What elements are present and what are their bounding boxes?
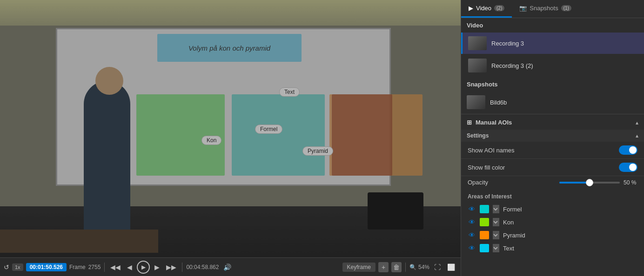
time-current: 00:01:50.526 — [26, 263, 67, 271]
classroom-table — [0, 230, 158, 253]
show-fill-color-label: Show fill color — [468, 164, 505, 171]
frame-label: Frame — [69, 264, 86, 270]
sticky-brown — [332, 94, 392, 176]
zoom-icon: 🔍 — [409, 264, 416, 270]
opacity-value: 50 % — [624, 179, 637, 186]
speed-badge: 1x — [12, 263, 23, 271]
snapshots-tab-icon: 📷 — [519, 5, 527, 12]
snapshots-tab-badge: (1) — [561, 5, 571, 11]
aoi-item-text[interactable]: 👁 ▾ Text — [461, 242, 644, 255]
person-head — [95, 67, 123, 95]
show-aoi-names-toggle[interactable] — [619, 145, 637, 155]
laptop — [368, 192, 423, 230]
snapshot-thumb-bild6b — [467, 95, 485, 109]
aoi-label-text-list: Text — [503, 245, 514, 252]
next-frame-button[interactable]: ▶ — [153, 263, 161, 272]
right-panel: ▶ Video (2) 📷 Snapshots (1) Video Record… — [461, 0, 644, 276]
aoi-label-kon-list: Kon — [503, 219, 514, 226]
snapshot-label-bild6b: Bild6b — [490, 99, 507, 106]
snapshot-button[interactable]: ⬜ — [445, 263, 457, 272]
tab-video[interactable]: ▶ Video (2) — [461, 0, 512, 18]
control-bar: ↺ 1x 00:01:50.526 Frame 2755 ◀◀ ◀ ▶ ▶ ▶▶… — [0, 257, 461, 276]
room-ceiling — [0, 0, 461, 26]
eye-icon-pyramid[interactable]: 👁 — [468, 232, 476, 238]
recording-item-rec3[interactable]: Recording 3 — [461, 33, 644, 54]
snapshot-item-bild6b[interactable]: Bild6b — [461, 92, 644, 113]
eye-icon-kon[interactable]: 👁 — [468, 219, 476, 225]
aoi-section-icon: ⊞ — [467, 119, 472, 126]
manual-aois-label: Manual AOIs — [476, 119, 512, 126]
color-swatch-pyramid — [480, 231, 489, 239]
separator-3 — [405, 263, 406, 272]
frame-number: 2755 — [88, 264, 101, 270]
opacity-row: Opacity 50 % — [461, 176, 644, 191]
separator-1 — [104, 263, 105, 272]
eye-icon-formel[interactable]: 👁 — [468, 206, 476, 212]
aoi-item-pyramid[interactable]: 👁 ▾ Pyramid — [461, 229, 644, 242]
settings-title: Settings — [467, 132, 489, 139]
loop-icon: ↺ — [4, 263, 9, 271]
show-fill-color-row: Show fill color — [461, 159, 644, 176]
manual-aois-header[interactable]: ⊞ Manual AOIs ▴ — [461, 115, 644, 130]
divider-1 — [461, 114, 644, 114]
fit-screen-button[interactable]: ⛶ — [432, 263, 443, 272]
color-swatch-kon — [480, 218, 489, 226]
sticky-green — [136, 94, 225, 176]
tabs-row: ▶ Video (2) 📷 Snapshots (1) — [461, 0, 644, 18]
color-swatch-text — [480, 244, 489, 252]
swatch-dropdown-kon[interactable]: ▾ — [493, 218, 499, 226]
show-aoi-names-label: Show AOI names — [468, 147, 514, 154]
time-total: 00:04:58.862 — [186, 264, 219, 270]
color-swatch-formel — [480, 205, 489, 213]
video-tab-label: Video — [476, 5, 491, 12]
zoom-value: 54% — [418, 264, 429, 270]
show-aoi-names-row: Show AOI names — [461, 142, 644, 159]
show-fill-color-toggle[interactable] — [619, 163, 637, 172]
swatch-dropdown-pyramid[interactable]: ▾ — [493, 231, 499, 239]
delete-keyframe-button[interactable]: 🗑 — [391, 262, 402, 272]
skip-forward-button[interactable]: ▶▶ — [164, 263, 178, 272]
sticky-teal — [232, 94, 325, 176]
video-area: Volym på kon och pyramid Text Formel — [0, 0, 461, 276]
person-silhouette — [84, 81, 130, 243]
aoi-item-kon[interactable]: 👁 ▾ Kon — [461, 216, 644, 229]
separator-2 — [182, 263, 182, 272]
aoi-label-formel-list: Formel — [503, 206, 522, 213]
video-tab-badge: (2) — [494, 5, 504, 11]
skip-back-button[interactable]: ◀◀ — [108, 263, 122, 272]
video-section-label: Video — [461, 18, 644, 33]
settings-header[interactable]: Settings ▴ — [461, 130, 644, 142]
opacity-slider-fill — [559, 182, 590, 184]
opacity-slider-track[interactable] — [559, 182, 620, 184]
zoom-display: 🔍 54% — [409, 264, 429, 270]
opacity-slider-thumb[interactable] — [586, 179, 593, 186]
volume-button[interactable]: 🔊 — [221, 263, 233, 272]
keyframe-button[interactable]: Keyframe — [342, 263, 376, 272]
recording-item-rec3b[interactable]: Recording 3 (2) — [461, 55, 644, 76]
recording-thumb-rec3b — [468, 59, 487, 72]
play-button[interactable]: ▶ — [137, 261, 150, 274]
tab-snapshots[interactable]: 📷 Snapshots (1) — [512, 0, 579, 18]
add-keyframe-button[interactable]: + — [378, 262, 389, 272]
opacity-label: Opacity — [468, 179, 488, 186]
aoi-item-formel[interactable]: 👁 ▾ Formel — [461, 203, 644, 216]
settings-chevron: ▴ — [636, 132, 638, 139]
aoi-label-pyramid-list: Pyramid — [503, 232, 525, 239]
recording-thumb-rec3 — [468, 36, 487, 50]
snapshots-tab-label: Snapshots — [530, 5, 558, 12]
prev-frame-button[interactable]: ◀ — [125, 263, 134, 272]
opacity-slider-container: 50 % — [559, 179, 637, 186]
aoi-list-header: Areas of Interest — [461, 191, 644, 203]
swatch-dropdown-formel[interactable]: ▾ — [493, 205, 499, 213]
manual-aois-title: ⊞ Manual AOIs — [467, 119, 512, 126]
snapshots-section-label: Snapshots — [461, 77, 644, 92]
swatch-dropdown-text[interactable]: ▾ — [493, 244, 499, 252]
eye-icon-text[interactable]: 👁 — [468, 245, 476, 251]
sticky-blue: Volym på kon och pyramid — [157, 34, 302, 62]
recording-label-rec3: Recording 3 — [491, 40, 524, 47]
video-tab-icon: ▶ — [469, 5, 473, 12]
manual-aois-chevron: ▴ — [636, 119, 638, 126]
recording-label-rec3b: Recording 3 (2) — [491, 62, 533, 69]
